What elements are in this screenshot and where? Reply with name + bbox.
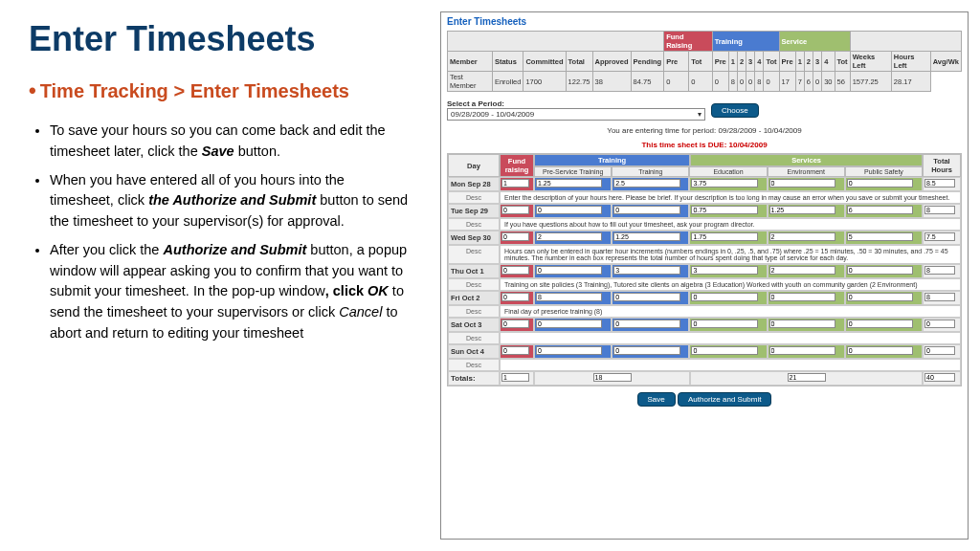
desc-input[interactable] [500,332,961,344]
summary-table: Fund Raising Training Service MemberStat… [447,31,962,92]
period-label: Select a Period: [447,99,705,108]
authorize-submit-button[interactable]: Authorize and Submit [678,392,772,407]
chevron-down-icon: ▾ [698,110,702,119]
subcol: Training [612,166,689,177]
hours-input[interactable] [847,293,913,301]
row-total [924,266,955,275]
hours-input[interactable] [501,206,529,214]
choose-button[interactable]: Choose [711,103,759,118]
hours-input[interactable] [847,346,913,355]
hours-input[interactable] [769,346,835,355]
row-total [924,206,955,214]
hours-input[interactable] [536,293,602,301]
desc-row: DescIf you have questions about how to f… [448,218,961,231]
timesheet-grid: Day Fund raising Training Services Pre-S… [447,153,962,386]
hours-input[interactable] [501,266,529,275]
hours-input[interactable] [501,293,529,301]
hours-input[interactable] [847,320,913,328]
hours-input[interactable] [691,232,757,241]
total-fr [501,373,529,382]
desc-input[interactable]: Enter the description of your hours here… [500,191,961,204]
day-row: Tue Sep 29 [448,204,961,218]
hours-input[interactable] [847,179,913,187]
hours-input[interactable] [847,206,913,214]
hours-input[interactable] [691,206,757,214]
period-info: You are entering time for period: 09/28/… [447,126,962,135]
day-row: Sun Oct 4 [448,344,961,359]
row-total [924,320,955,328]
row-total [924,232,955,241]
instruction-item: After you click the Authorize and Submit… [50,240,412,344]
hours-input[interactable] [501,232,529,241]
desc-row: DescHours can only be entered in quarter… [448,245,961,264]
totals-row: Totals: [448,371,961,386]
day-row: Sat Oct 3 [448,318,961,332]
period-select[interactable]: 09/28/2009 - 10/04/2009▾ [447,108,705,121]
hours-input[interactable] [536,232,602,241]
desc-input[interactable]: If you have questions about how to fill … [500,218,961,231]
hours-input[interactable] [847,232,913,241]
desc-input[interactable]: Hours can only be entered in quarter hou… [500,245,961,264]
hours-input[interactable] [613,346,679,355]
hours-input[interactable] [536,179,602,187]
hours-input[interactable] [691,320,757,328]
hours-input[interactable] [536,266,602,275]
hours-input[interactable] [769,293,835,301]
subcol: Environment [768,166,845,177]
hours-input[interactable] [501,320,529,328]
hours-input[interactable] [691,293,757,301]
desc-row: DescFinal day of preserice training (8) [448,305,961,318]
total-grand [924,373,955,382]
desc-row: Desc [448,359,961,371]
instruction-item: When you have entered all of you hours i… [50,170,412,232]
breadcrumb: •Time Tracking > Enter Timesheets [29,78,412,103]
col-day: Day [448,154,500,177]
due-notice: This time sheet is DUE: 10/04/2009 [447,141,962,149]
save-button[interactable]: Save [637,392,676,407]
hours-input[interactable] [536,346,602,355]
day-row: Thu Oct 1 [448,264,961,278]
hours-input[interactable] [769,179,835,187]
col-fundraising: Fund raising [500,154,534,177]
cat-services: Services [690,154,923,166]
hours-input[interactable] [691,346,757,355]
hours-input[interactable] [847,266,913,275]
day-row: Wed Sep 30 [448,231,961,245]
hours-input[interactable] [613,266,679,275]
hours-input[interactable] [613,206,679,214]
hours-input[interactable] [769,320,835,328]
timesheet-panel: Enter Timesheets Fund Raising Training S… [440,11,969,540]
hours-input[interactable] [613,320,679,328]
desc-input[interactable]: Final day of preserice training (8) [500,305,961,318]
row-total [924,293,955,301]
day-row: Mon Sep 28 [448,177,961,191]
col-total: Total Hours [923,154,961,177]
hours-input[interactable] [691,179,757,187]
hours-input[interactable] [536,320,602,328]
instruction-item: To save your hours so you can come back … [50,121,412,163]
hours-input[interactable] [613,232,679,241]
subcol: Education [689,166,767,177]
hours-input[interactable] [769,206,835,214]
desc-input[interactable]: Training on site policies (3 Training), … [500,278,961,291]
instruction-pane: Enter Timesheets •Time Tracking > Enter … [0,0,440,551]
desc-row: Desc [448,332,961,344]
row-total [924,179,955,187]
desc-row: DescEnter the description of your hours … [448,191,961,204]
hours-input[interactable] [501,179,529,187]
total-training [593,373,632,382]
hours-input[interactable] [613,293,679,301]
instruction-list: To save your hours so you can come back … [29,121,412,344]
hours-input[interactable] [769,232,835,241]
subcol: Public Safety [845,166,923,177]
desc-input[interactable] [500,359,961,371]
hours-input[interactable] [613,179,679,187]
hours-input[interactable] [536,206,602,214]
panel-title: Enter Timesheets [447,16,962,27]
hours-input[interactable] [769,266,835,275]
cat-training: Training [534,154,690,166]
subcol: Pre-Service Training [534,166,612,177]
hours-input[interactable] [501,346,529,355]
row-total [924,346,955,355]
hours-input[interactable] [691,266,757,275]
